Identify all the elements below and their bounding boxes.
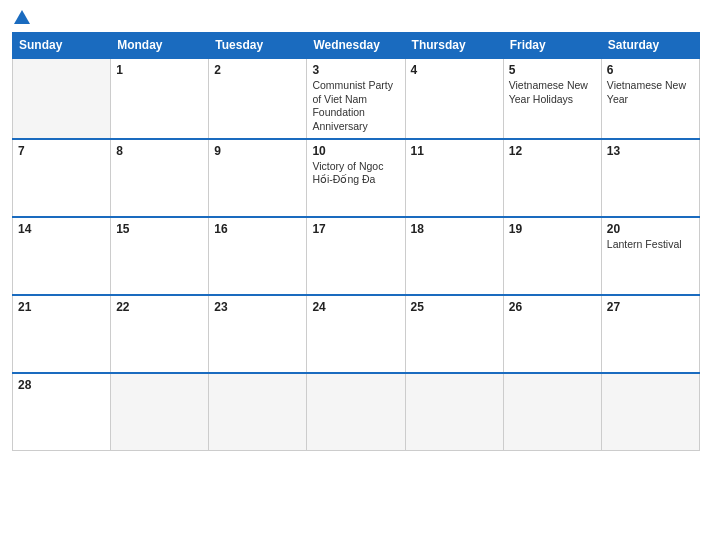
cell-event: Victory of Ngoc Hồi-Đống Đa <box>312 160 399 187</box>
calendar-cell <box>209 373 307 451</box>
calendar-cell <box>405 373 503 451</box>
day-header-wednesday: Wednesday <box>307 33 405 59</box>
cell-date: 27 <box>607 300 694 314</box>
calendar-cell: 6Vietnamese New Year <box>601 58 699 139</box>
cell-date: 8 <box>116 144 203 158</box>
day-header-sunday: Sunday <box>13 33 111 59</box>
cell-date: 1 <box>116 63 203 77</box>
calendar-cell: 7 <box>13 139 111 217</box>
svg-marker-0 <box>14 10 30 24</box>
calendar-cell: 27 <box>601 295 699 373</box>
cell-date: 6 <box>607 63 694 77</box>
cell-date: 15 <box>116 222 203 236</box>
cell-date: 28 <box>18 378 105 392</box>
day-header-friday: Friday <box>503 33 601 59</box>
calendar-cell: 5Vietnamese New Year Holidays <box>503 58 601 139</box>
cell-date: 16 <box>214 222 301 236</box>
cell-date: 18 <box>411 222 498 236</box>
calendar-header <box>12 10 700 24</box>
cell-date: 9 <box>214 144 301 158</box>
calendar-cell: 21 <box>13 295 111 373</box>
cell-date: 12 <box>509 144 596 158</box>
calendar-cell: 11 <box>405 139 503 217</box>
calendar-cell: 18 <box>405 217 503 295</box>
day-header-monday: Monday <box>111 33 209 59</box>
cell-event: Lantern Festival <box>607 238 694 252</box>
calendar-cell <box>111 373 209 451</box>
calendar-cell: 8 <box>111 139 209 217</box>
cell-date: 4 <box>411 63 498 77</box>
cell-date: 22 <box>116 300 203 314</box>
cell-date: 17 <box>312 222 399 236</box>
day-header-tuesday: Tuesday <box>209 33 307 59</box>
calendar-cell: 14 <box>13 217 111 295</box>
cell-date: 10 <box>312 144 399 158</box>
cell-date: 20 <box>607 222 694 236</box>
calendar-cell: 12 <box>503 139 601 217</box>
day-header-row: SundayMondayTuesdayWednesdayThursdayFrid… <box>13 33 700 59</box>
calendar-cell: 28 <box>13 373 111 451</box>
calendar-cell: 1 <box>111 58 209 139</box>
cell-date: 21 <box>18 300 105 314</box>
calendar-cell: 10Victory of Ngoc Hồi-Đống Đa <box>307 139 405 217</box>
calendar-cell: 4 <box>405 58 503 139</box>
calendar-cell: 15 <box>111 217 209 295</box>
day-header-thursday: Thursday <box>405 33 503 59</box>
calendar-cell: 16 <box>209 217 307 295</box>
calendar-cell: 3Communist Party of Viet Nam Foundation … <box>307 58 405 139</box>
cell-date: 19 <box>509 222 596 236</box>
cell-date: 13 <box>607 144 694 158</box>
cell-date: 26 <box>509 300 596 314</box>
calendar-cell: 19 <box>503 217 601 295</box>
cell-date: 25 <box>411 300 498 314</box>
cell-date: 3 <box>312 63 399 77</box>
calendar-cell: 17 <box>307 217 405 295</box>
cell-event: Vietnamese New Year <box>607 79 694 106</box>
calendar-cell <box>503 373 601 451</box>
week-row-3: 14151617181920Lantern Festival <box>13 217 700 295</box>
calendar-cell <box>13 58 111 139</box>
week-row-1: 123Communist Party of Viet Nam Foundatio… <box>13 58 700 139</box>
calendar-cell: 9 <box>209 139 307 217</box>
cell-event: Vietnamese New Year Holidays <box>509 79 596 106</box>
calendar-cell: 24 <box>307 295 405 373</box>
calendar-cell: 13 <box>601 139 699 217</box>
calendar-cell <box>307 373 405 451</box>
cell-event: Communist Party of Viet Nam Foundation A… <box>312 79 399 134</box>
calendar-cell <box>601 373 699 451</box>
week-row-4: 21222324252627 <box>13 295 700 373</box>
calendar-cell: 20Lantern Festival <box>601 217 699 295</box>
calendar-cell: 23 <box>209 295 307 373</box>
day-header-saturday: Saturday <box>601 33 699 59</box>
week-row-5: 28 <box>13 373 700 451</box>
calendar-cell: 2 <box>209 58 307 139</box>
calendar-table: SundayMondayTuesdayWednesdayThursdayFrid… <box>12 32 700 451</box>
cell-date: 2 <box>214 63 301 77</box>
cell-date: 5 <box>509 63 596 77</box>
logo-triangle-icon <box>14 10 30 24</box>
cell-date: 24 <box>312 300 399 314</box>
cell-date: 14 <box>18 222 105 236</box>
calendar-cell: 26 <box>503 295 601 373</box>
cell-date: 11 <box>411 144 498 158</box>
cell-date: 7 <box>18 144 105 158</box>
logo <box>12 10 30 24</box>
calendar-cell: 25 <box>405 295 503 373</box>
week-row-2: 78910Victory of Ngoc Hồi-Đống Đa111213 <box>13 139 700 217</box>
cell-date: 23 <box>214 300 301 314</box>
calendar-cell: 22 <box>111 295 209 373</box>
calendar-wrapper: SundayMondayTuesdayWednesdayThursdayFrid… <box>0 0 712 550</box>
